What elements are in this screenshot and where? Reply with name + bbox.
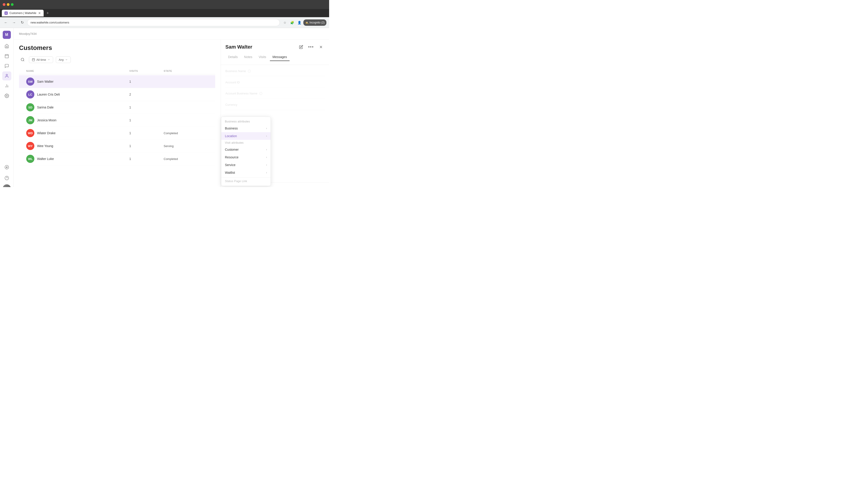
- tab-bar: W Customers | Waitwhile ✕ +: [0, 9, 329, 17]
- customer-label: Customer: [225, 148, 239, 151]
- traffic-lights: [3, 3, 13, 6]
- panel-actions: •••: [298, 43, 324, 51]
- table-row[interactable]: WL Walter Luke 1 Completed: [19, 153, 215, 165]
- sidebar-item-messages[interactable]: [2, 61, 11, 70]
- any-filter-label: Any: [59, 58, 64, 61]
- back-button[interactable]: ←: [3, 20, 9, 26]
- customer-avatar: WD: [26, 129, 34, 137]
- customer-visits: 1: [129, 119, 164, 122]
- ellipsis-icon: •••: [308, 45, 314, 50]
- table-row[interactable]: JM Jessica Moon 1: [19, 114, 215, 127]
- sidebar-item-analytics[interactable]: [2, 81, 11, 90]
- customer-avatar: LC: [26, 90, 34, 98]
- sidebar-item-home[interactable]: [2, 41, 11, 51]
- tab-visits[interactable]: Visits: [256, 53, 269, 61]
- edit-button[interactable]: [298, 43, 305, 51]
- sidebar-bottom: [2, 163, 11, 187]
- form-fields-faded: Business Name Account ID Account Busines…: [225, 69, 324, 110]
- search-icon: [21, 58, 25, 62]
- panel-title: Sam Walter: [225, 44, 252, 50]
- profile-button[interactable]: 👤: [296, 20, 303, 26]
- address-bar[interactable]: new.waitwhile.com/customers: [27, 19, 280, 26]
- table-row[interactable]: SD Sarina Dale 1: [19, 101, 215, 114]
- business-chevron-icon: ›: [266, 127, 267, 130]
- customer-visits: 1: [129, 157, 164, 161]
- service-menu-item[interactable]: Service ›: [221, 161, 271, 169]
- table-row[interactable]: SW Sam Walter 1: [19, 75, 215, 88]
- customer-visits: 1: [129, 105, 164, 109]
- customer-avatar: WL: [26, 155, 34, 163]
- visit-attributes-title: Visit attributes: [221, 140, 271, 146]
- waitlist-menu-item[interactable]: Waitlist ›: [221, 169, 271, 176]
- tab-details[interactable]: Details: [225, 53, 241, 61]
- help-icon: [4, 176, 9, 180]
- panel-tabs: Details Notes Visits Messages: [225, 53, 324, 61]
- sidebar-item-help[interactable]: [2, 173, 11, 183]
- search-button[interactable]: [19, 56, 26, 63]
- resource-chevron-icon: ›: [266, 156, 267, 159]
- svg-line-13: [23, 60, 24, 61]
- new-tab-button[interactable]: +: [44, 10, 51, 16]
- address-bar-actions: ☆ 🧩 👤 🕵 Incognito (2): [282, 20, 327, 26]
- reload-button[interactable]: ↻: [19, 20, 25, 26]
- sidebar-item-integrations[interactable]: [2, 163, 11, 172]
- tab-notes[interactable]: Notes: [241, 53, 255, 61]
- table-header: NAME VISITS STATE: [19, 68, 215, 74]
- bookmark-button[interactable]: ☆: [282, 20, 288, 26]
- user-avatar[interactable]: [3, 184, 11, 187]
- extensions-button[interactable]: 🧩: [289, 20, 295, 26]
- customer-name: Lauren Cris Deli: [37, 93, 60, 96]
- any-filter[interactable]: Any: [56, 57, 71, 63]
- table-row[interactable]: WY Wee Young 1 Serving: [19, 140, 215, 153]
- customer-name: Jessica Moon: [37, 119, 57, 122]
- forward-button[interactable]: →: [11, 20, 17, 26]
- time-filter[interactable]: All time: [29, 57, 53, 63]
- resource-menu-item[interactable]: Resource ›: [221, 153, 271, 161]
- table-row[interactable]: LC Lauren Cris Deli 2: [19, 88, 215, 101]
- page-title: Customers: [19, 44, 215, 52]
- sidebar-item-customers[interactable]: [2, 71, 11, 80]
- tab-title: Customers | Waitwhile: [9, 11, 36, 15]
- waitlist-chevron-icon: ›: [266, 171, 267, 174]
- customer-name: Wee Young: [37, 144, 53, 148]
- waitlist-label: Waitlist: [225, 171, 235, 174]
- business-name-label: Business Name: [225, 69, 246, 73]
- customer-visits: 1: [129, 131, 164, 135]
- close-window-button[interactable]: [3, 3, 5, 6]
- customer-name-cell: WL Walter Luke: [26, 155, 129, 163]
- currency-label: Currency: [225, 103, 237, 106]
- app-layout: M Mo: [0, 28, 329, 187]
- account-id-label: Account ID: [225, 80, 240, 84]
- tab-close-button[interactable]: ✕: [38, 11, 41, 15]
- customer-table: SW Sam Walter 1 LC Lauren Cris Deli: [19, 75, 215, 165]
- customer-state: Completed: [164, 157, 215, 161]
- table-row[interactable]: WD Wlater Drake 1 Completed: [19, 127, 215, 140]
- customer-state: Completed: [164, 131, 215, 135]
- more-options-button[interactable]: •••: [307, 43, 315, 51]
- customer-name-cell: SW Sam Walter: [26, 77, 129, 86]
- calendar-filter-icon: [32, 58, 35, 61]
- url-text: new.waitwhile.com/customers: [31, 21, 69, 24]
- maximize-window-button[interactable]: [11, 3, 13, 6]
- tab-messages[interactable]: Messages: [270, 53, 290, 61]
- incognito-label: Incognito (2): [309, 21, 324, 24]
- location-menu-item[interactable]: Location ›: [221, 132, 271, 140]
- close-panel-button[interactable]: [317, 43, 324, 51]
- minimize-window-button[interactable]: [7, 3, 9, 6]
- active-tab[interactable]: W Customers | Waitwhile ✕: [2, 10, 43, 17]
- svg-point-4: [6, 74, 7, 76]
- customer-name: Walter Luke: [37, 157, 54, 161]
- customer-name: Wlater Drake: [37, 131, 56, 135]
- sidebar-item-calendar[interactable]: [2, 52, 11, 61]
- info-icon: [248, 70, 251, 73]
- customer-name: Sam Walter: [37, 80, 54, 84]
- customer-name-cell: LC Lauren Cris Deli: [26, 90, 129, 98]
- customer-menu-item[interactable]: Customer ›: [221, 146, 271, 153]
- edit-icon: [299, 45, 303, 49]
- main-content: Moodjoy7434 Customers All time: [13, 28, 329, 187]
- sidebar-logo[interactable]: M: [3, 31, 11, 39]
- business-menu-item[interactable]: Business ›: [221, 125, 271, 132]
- sidebar-item-settings[interactable]: [2, 91, 11, 100]
- lightning-icon: [4, 165, 9, 169]
- time-filter-label: All time: [36, 58, 46, 61]
